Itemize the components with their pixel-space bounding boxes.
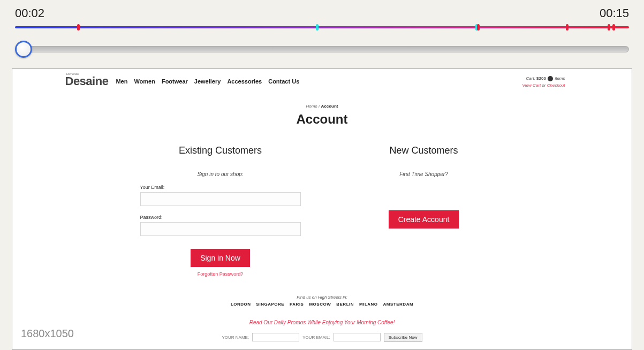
timeline-marker-red[interactable] <box>477 24 480 31</box>
viewport-dimensions-label: 1680x1050 <box>21 328 74 340</box>
page-title: Account <box>65 112 579 127</box>
timeline-marker-red[interactable] <box>612 24 615 31</box>
promo-text: Read Our Daily Promos While Enjoying You… <box>65 319 579 325</box>
account-columns: Existing Customers Sign in to our shop: … <box>65 145 579 277</box>
email-field[interactable] <box>140 192 301 206</box>
existing-heading: Existing Customers <box>140 145 301 156</box>
cart-prefix: Cart: <box>526 76 535 81</box>
timeline-marker-red[interactable] <box>77 24 80 31</box>
nav-item-women[interactable]: Women <box>134 78 155 85</box>
logo-text: Desaine <box>65 74 109 88</box>
breadcrumb-sep: / <box>319 104 320 109</box>
nav-item-accessories[interactable]: Accessories <box>227 78 262 85</box>
city-london[interactable]: LONDON <box>231 302 251 307</box>
timeline-gradient <box>15 26 629 28</box>
new-subtitle: First Time Shopper? <box>344 171 504 177</box>
your-name-label: YOUR NAME: <box>222 335 249 340</box>
email-label: Your Email: <box>140 185 301 190</box>
city-amsterdam[interactable]: AMSTERDAM <box>383 302 414 307</box>
subscribe-name-field[interactable] <box>252 333 299 341</box>
your-email-label: YOUR EMAIL: <box>302 335 330 340</box>
nav-item-contact-us[interactable]: Contact Us <box>268 78 299 85</box>
cart-amount: $200 <box>536 76 546 81</box>
subscribe-button[interactable]: Subscribe Now <box>384 333 422 342</box>
main-nav: MenWomenFootwearJewelleryAccessoriesCont… <box>116 78 299 85</box>
scrubber[interactable] <box>15 39 629 62</box>
existing-customers-panel: Existing Customers Sign in to our shop: … <box>140 145 301 277</box>
timeline-marker-red[interactable] <box>566 24 569 31</box>
scrubber-track[interactable] <box>15 46 629 52</box>
breadcrumb-home[interactable]: Home <box>306 104 317 109</box>
view-cart-link[interactable]: View Cart <box>522 83 541 88</box>
event-timeline[interactable] <box>15 24 629 31</box>
player-header: 00:02 00:15 <box>0 0 644 62</box>
logo-tagline: Demo Site <box>66 73 79 75</box>
subscribe-row: YOUR NAME: YOUR EMAIL: Subscribe Now <box>65 333 579 342</box>
time-row: 00:02 00:15 <box>15 6 629 20</box>
breadcrumb: Home / Account <box>65 104 579 109</box>
sign-in-button[interactable]: Sign in Now <box>191 249 250 267</box>
site-header: Demo Site Desaine MenWomenFootwearJewell… <box>65 77 579 87</box>
cart-summary: Cart: $200 items View Cart or Checkout <box>522 75 565 89</box>
cart-items-suffix: items <box>555 76 565 81</box>
page-content: Demo Site Desaine MenWomenFootwearJewell… <box>65 69 579 342</box>
city-singapore[interactable]: SINGAPORE <box>256 302 285 307</box>
city-berlin[interactable]: BERLIN <box>336 302 354 307</box>
create-account-button[interactable]: Create Account <box>389 210 459 229</box>
scrubber-handle[interactable] <box>15 41 32 58</box>
city-moscow[interactable]: MOSCOW <box>309 302 331 307</box>
timeline-marker-red[interactable] <box>608 24 610 31</box>
password-field[interactable] <box>140 222 301 236</box>
timeline-marker-cyan[interactable] <box>316 24 319 31</box>
new-customers-panel: New Customers First Time Shopper? Create… <box>344 145 504 277</box>
city-paris[interactable]: PARIS <box>290 302 304 307</box>
nav-item-jewellery[interactable]: Jewellery <box>194 78 221 85</box>
checkout-link[interactable]: Checkout <box>547 83 565 88</box>
recording-viewport: Demo Site Desaine MenWomenFootwearJewell… <box>12 69 632 350</box>
cart-or: or <box>542 83 545 88</box>
new-heading: New Customers <box>344 145 504 156</box>
password-label: Password: <box>140 215 301 220</box>
city-list: LONDONSINGAPOREPARISMOSCOWBERLINMILANOAM… <box>65 302 579 307</box>
cart-badge-icon <box>548 76 553 81</box>
nav-item-men[interactable]: Men <box>116 78 127 85</box>
nav-item-footwear[interactable]: Footwear <box>162 78 188 85</box>
time-total: 00:15 <box>600 6 629 20</box>
subscribe-email-field[interactable] <box>334 333 381 341</box>
city-milano[interactable]: MILANO <box>359 302 378 307</box>
find-us-text: Find us on High Streets in: <box>65 295 579 300</box>
breadcrumb-current: Account <box>321 104 338 109</box>
site-footer: Find us on High Streets in: LONDONSINGAP… <box>65 295 579 342</box>
time-current: 00:02 <box>15 6 44 20</box>
existing-subtitle: Sign in to our shop: <box>140 171 301 177</box>
forgot-password-link[interactable]: Forgotten Password? <box>140 271 301 277</box>
site-logo[interactable]: Demo Site Desaine <box>65 77 109 87</box>
